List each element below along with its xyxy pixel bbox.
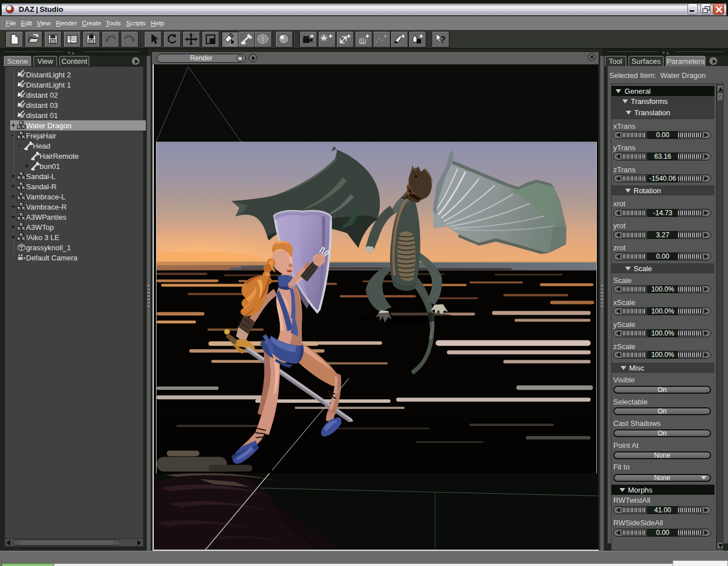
svg-text:?: ?	[440, 34, 445, 45]
